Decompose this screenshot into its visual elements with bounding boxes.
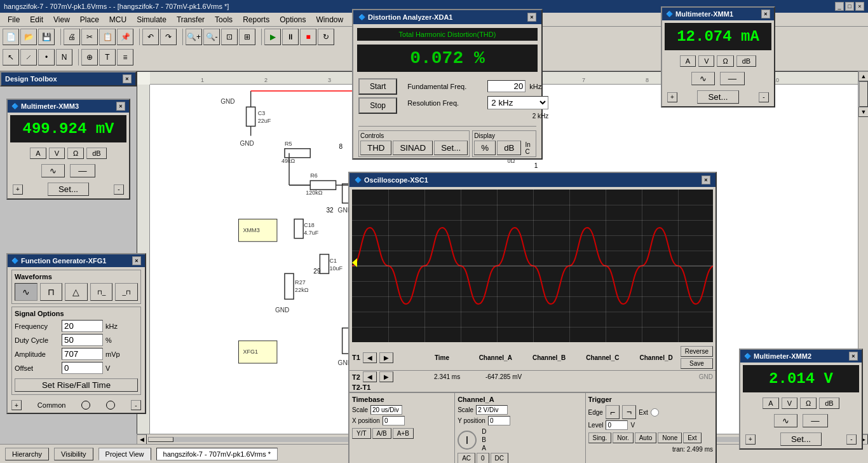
fg-wave-triangle[interactable]: △	[65, 283, 88, 301]
tb-text[interactable]: T	[99, 49, 116, 66]
tb-new[interactable]: 📄	[3, 29, 19, 45]
xmm2-set-btn[interactable]: Set...	[780, 432, 822, 446]
xmm2-btn-a[interactable]: A	[763, 397, 778, 409]
tb-cut[interactable]: ✂	[81, 29, 98, 45]
xmm1-close[interactable]: ×	[761, 10, 770, 18]
osc-zero-btn[interactable]: 0	[477, 453, 489, 463]
menu-simulate[interactable]: Simulate	[132, 14, 172, 25]
menu-file[interactable]: File	[3, 14, 25, 25]
tab-hierarchy[interactable]: Hierarchy	[5, 448, 49, 460]
tb-redo[interactable]: ↷	[160, 29, 177, 45]
xmm3-minus-arrow[interactable]: -	[114, 184, 124, 195]
tb-bus[interactable]: ≡	[117, 49, 133, 66]
fg-freq-input[interactable]	[62, 320, 103, 332]
xmm1-minus-arrow[interactable]: -	[759, 92, 769, 102]
fg-close[interactable]: ×	[132, 256, 141, 265]
xmm3-btn-ohm[interactable]: Ω	[67, 148, 84, 159]
osc-t2-left[interactable]: ◀	[363, 371, 377, 382]
menu-reports[interactable]: Reports	[238, 14, 275, 25]
osc-ac-btn[interactable]: AC	[458, 453, 475, 463]
menu-view[interactable]: View	[48, 14, 75, 25]
scroll-h-thumb[interactable]	[148, 437, 173, 442]
da-thd-btn[interactable]: THD	[360, 141, 391, 155]
xmm2-btn-ohm[interactable]: Ω	[800, 397, 817, 409]
da-set-btn[interactable]: Set...	[434, 141, 468, 155]
xmm1-btn-a[interactable]: A	[680, 55, 696, 67]
tb-pause[interactable]: ⏸	[282, 29, 299, 45]
fg-wave-sine[interactable]: ∿	[15, 283, 37, 301]
fg-amp-input[interactable]	[62, 348, 103, 360]
osc-level-input[interactable]	[606, 420, 628, 430]
da-start-btn[interactable]: Start	[358, 78, 397, 95]
osc-ypos-input[interactable]	[488, 416, 510, 425]
xmm1-btn-ohm[interactable]: Ω	[717, 55, 733, 67]
da-close[interactable]: ×	[527, 13, 536, 22]
osc-ext2-btn[interactable]: Ext	[683, 432, 701, 443]
xmm2-dc-btn[interactable]: —	[803, 414, 827, 427]
xmm1-plus-arrow[interactable]: +	[667, 92, 677, 102]
xmm1-dc-btn[interactable]: —	[720, 72, 745, 85]
menu-transfer[interactable]: Transfer	[172, 14, 210, 25]
osc-reverse-btn[interactable]: Reverse	[681, 346, 713, 357]
scroll-left-btn[interactable]: ◀	[137, 434, 147, 445]
xmm2-btn-db[interactable]: dB	[819, 397, 839, 409]
osc-timebase-scale-input[interactable]	[370, 405, 402, 415]
xmm3-set-btn[interactable]: Set...	[48, 183, 89, 196]
scroll-v-thumb[interactable]	[859, 81, 868, 107]
osc-nor-btn[interactable]: Nor.	[613, 432, 633, 443]
da-sinad-btn[interactable]: SINAD	[393, 141, 433, 155]
menu-window[interactable]: Window	[311, 14, 349, 25]
tb-save[interactable]: 💾	[38, 29, 55, 45]
menu-mcu[interactable]: MCU	[104, 14, 132, 25]
da-res-freq-select[interactable]: 2 kHz 4 kHz 8 kHz	[487, 96, 548, 109]
fg-set-rise-fall-btn[interactable]: Set Rise/Fall Time	[15, 378, 138, 392]
tab-visibility[interactable]: Visibility	[54, 448, 93, 460]
osc-xpos-input[interactable]	[383, 416, 405, 425]
scroll-up-btn[interactable]: ▲	[858, 71, 868, 81]
tb-zoom-out[interactable]: 🔍-	[203, 29, 220, 45]
da-db-btn[interactable]: dB	[497, 141, 521, 155]
tb-play[interactable]: ▶	[264, 29, 281, 45]
close-btn[interactable]: ×	[855, 2, 864, 11]
da-percent-btn[interactable]: %	[474, 141, 496, 155]
xmm1-btn-db[interactable]: dB	[736, 55, 756, 67]
fg-duty-input[interactable]	[62, 334, 103, 346]
da-fund-freq-input[interactable]	[487, 80, 526, 92]
xmm3-sine-btn[interactable]: ∿	[41, 164, 65, 177]
tb-open[interactable]: 📂	[20, 29, 37, 45]
menu-options[interactable]: Options	[275, 14, 311, 25]
tb-copy[interactable]: 📋	[99, 29, 116, 45]
tb-zoom-fit[interactable]: ⊡	[221, 29, 238, 45]
tb-component[interactable]: ⊕	[81, 49, 98, 66]
scroll-down-btn[interactable]: ▼	[858, 107, 868, 117]
fg-plus-arrow[interactable]: +	[11, 400, 22, 410]
xmm3-dc-btn[interactable]: —	[70, 164, 95, 177]
osc-none-btn[interactable]: None	[658, 432, 682, 443]
osc-save-btn[interactable]: Save	[681, 358, 713, 369]
tb-paste[interactable]: 📌	[117, 29, 133, 45]
xmm1-sine-btn[interactable]: ∿	[691, 72, 715, 85]
tb-stop[interactable]: ■	[300, 29, 316, 45]
osc-t2-right[interactable]: ▶	[379, 371, 393, 382]
tb-undo[interactable]: ↶	[142, 29, 159, 45]
maximize-btn[interactable]: □	[845, 2, 854, 11]
menu-tools[interactable]: Tools	[210, 14, 238, 25]
xmm3-btn-a[interactable]: A	[30, 148, 46, 159]
xmm2-plus-arrow[interactable]: +	[745, 434, 756, 445]
xmm2-btn-v[interactable]: V	[782, 397, 797, 409]
osc-close[interactable]: ×	[702, 176, 710, 184]
tb-print[interactable]: 🖨	[64, 29, 80, 45]
osc-t1-left[interactable]: ◀	[363, 352, 377, 363]
tab-project-view[interactable]: Project View	[98, 448, 151, 460]
xmm2-close[interactable]: ×	[849, 352, 858, 361]
osc-ext-radio[interactable]	[651, 408, 659, 417]
design-toolbox-close[interactable]: ×	[123, 74, 132, 83]
menu-edit[interactable]: Edit	[25, 14, 48, 25]
osc-cha-scale-input[interactable]	[476, 405, 508, 415]
fg-minus-arrow[interactable]: -	[131, 400, 141, 410]
osc-cha-knob[interactable]	[458, 431, 477, 450]
osc-yt-btn[interactable]: Y/T	[352, 428, 371, 439]
tb-zoom-area[interactable]: ⊞	[239, 29, 255, 45]
osc-auto-btn[interactable]: Auto	[635, 432, 657, 443]
xmm3-plus-arrow[interactable]: +	[13, 184, 23, 195]
